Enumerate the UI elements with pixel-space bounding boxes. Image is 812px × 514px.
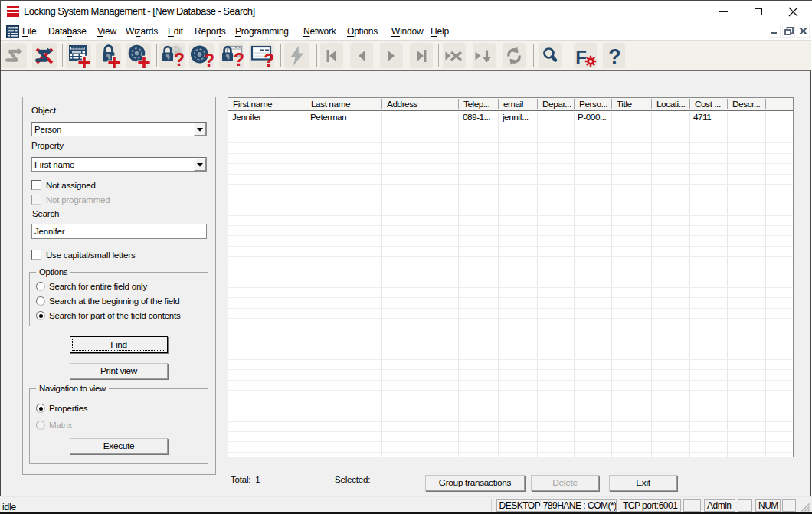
svg-text:?: ? [173, 50, 184, 67]
svg-text:?: ? [233, 50, 244, 67]
svg-text:?: ? [203, 51, 214, 67]
svg-text:?: ? [263, 51, 273, 67]
svg-text:?: ? [608, 45, 621, 67]
svg-text:F: F [575, 47, 587, 67]
